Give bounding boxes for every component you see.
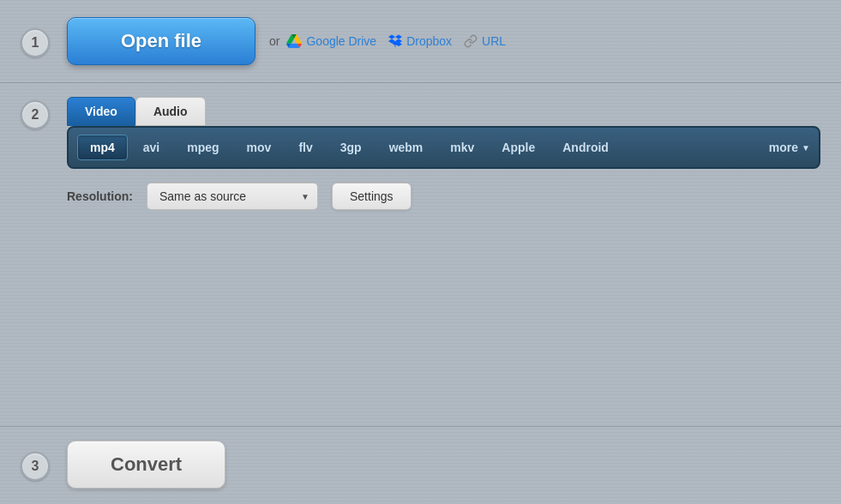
cloud-links: Google Drive Dropbox URL bbox=[286, 34, 506, 48]
url-link[interactable]: URL bbox=[464, 34, 506, 48]
svg-point-0 bbox=[394, 45, 396, 47]
step-2-circle: 2 bbox=[21, 100, 50, 129]
dropbox-icon bbox=[388, 34, 402, 48]
tab-row: Video Audio bbox=[67, 97, 820, 126]
format-apple[interactable]: Apple bbox=[490, 135, 547, 159]
resolution-label: Resolution: bbox=[67, 189, 133, 203]
convert-button[interactable]: Convert bbox=[67, 441, 225, 489]
google-drive-link[interactable]: Google Drive bbox=[286, 34, 376, 48]
format-more-dropdown[interactable]: more ▼ bbox=[769, 141, 810, 154]
google-drive-icon bbox=[286, 34, 302, 48]
link-icon bbox=[464, 34, 478, 48]
format-mkv[interactable]: mkv bbox=[438, 135, 486, 159]
section-2-inner: 2 Video Audio mp4 avi mp bbox=[21, 97, 820, 210]
step-3-circle: 3 bbox=[21, 452, 50, 481]
format-bar: mp4 avi mpeg mov flv 3gp webm bbox=[67, 126, 820, 169]
format-webm[interactable]: webm bbox=[377, 135, 436, 159]
format-3gp[interactable]: 3gp bbox=[328, 135, 374, 159]
format-mp4[interactable]: mp4 bbox=[77, 135, 128, 160]
or-text: or bbox=[269, 34, 279, 48]
format-flv[interactable]: flv bbox=[286, 135, 324, 159]
open-file-button[interactable]: Open file bbox=[67, 17, 255, 65]
format-avi[interactable]: avi bbox=[131, 135, 171, 159]
resolution-select[interactable]: Same as source 720p 1080p 480p 360p bbox=[147, 183, 318, 210]
tabs-area: Video Audio mp4 avi mpeg mov bbox=[67, 97, 820, 210]
section-3: 3 Convert bbox=[0, 425, 841, 504]
format-mpeg[interactable]: mpeg bbox=[175, 135, 231, 159]
section-2: 2 Video Audio mp4 avi mp bbox=[0, 83, 841, 224]
section-1: 1 Open file or Google Drive bbox=[0, 0, 841, 82]
tab-video[interactable]: Video bbox=[67, 97, 135, 126]
format-android[interactable]: Android bbox=[550, 135, 621, 159]
tab-audio[interactable]: Audio bbox=[135, 97, 206, 126]
dropbox-link[interactable]: Dropbox bbox=[388, 34, 452, 48]
settings-button[interactable]: Settings bbox=[332, 183, 411, 210]
settings-row: Resolution: Same as source 720p 1080p 48… bbox=[67, 183, 820, 210]
resolution-wrapper: Same as source 720p 1080p 480p 360p bbox=[147, 183, 318, 210]
step-1-circle: 1 bbox=[21, 28, 50, 57]
chevron-down-icon: ▼ bbox=[802, 143, 810, 153]
format-mov[interactable]: mov bbox=[235, 135, 284, 159]
